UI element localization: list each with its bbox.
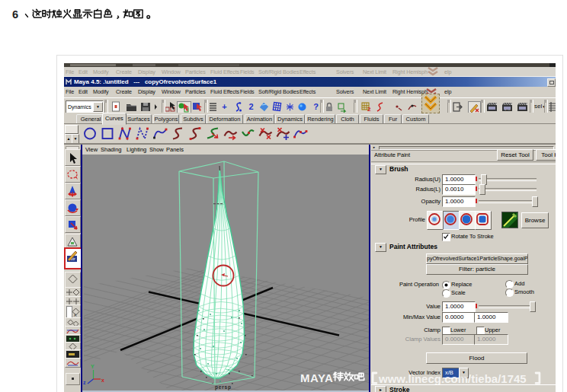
svg-text:MAYA: MAYA (300, 371, 333, 384)
svg-text:www.linecg.com/tieba/1745: www.linecg.com/tieba/1745 (378, 372, 527, 385)
